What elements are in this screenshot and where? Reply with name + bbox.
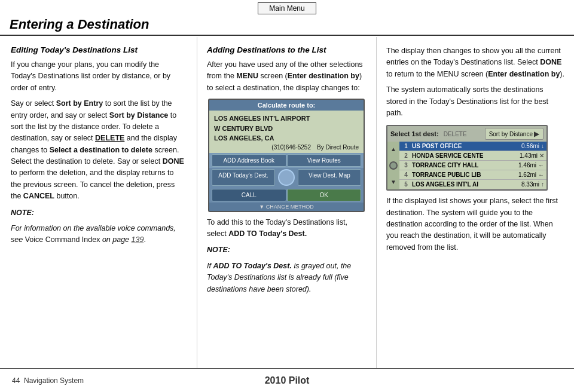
buttons-area-3: CALL OK [209, 188, 364, 203]
right-para-3-wrap: If the displayed list shows your plans, … [386, 195, 564, 253]
left-body-text: If you change your plans, you can modify… [11, 59, 186, 246]
view-routes-btn[interactable]: View Routes [287, 154, 362, 167]
mid-note-body: If ADD TO Today's Dest. is grayed out, t… [207, 261, 367, 295]
row-name-2: HONDA SERVICE CENTE [412, 152, 518, 159]
left-para-2: Say or select Sort by Entry to sort the … [11, 98, 186, 202]
route-label: By Direct Route [317, 144, 359, 151]
row-num-3: 3 [402, 162, 410, 169]
left-note-title: NOTE: [11, 207, 186, 219]
dest-controls: ▲ ▼ [387, 142, 399, 189]
ok-btn[interactable]: OK [287, 189, 362, 201]
address-line-3: LOS ANGELES, CA [214, 133, 359, 143]
dest-row-5[interactable]: 5 LOS ANGELES INT'L AI 8.33mi ↑ [399, 180, 546, 189]
scroll-up-icon[interactable]: ▲ [390, 146, 396, 152]
row-name-1: US POST OFFICE [412, 143, 520, 149]
add-today-dest-btn[interactable]: ADD Today's Dest. [212, 169, 275, 186]
row-icon-1: ↓ [541, 143, 544, 149]
mid-note-title: NOTE: [207, 244, 367, 256]
columns-container: Editing Today's Destinations List If you… [0, 37, 574, 368]
row-dist-3: 1.46mi [518, 162, 536, 169]
btn-row-2: ADD Today's Dest. View Dest. Map [209, 168, 364, 188]
row-num-5: 5 [402, 181, 410, 188]
address-area: LOS ANGELES INT'L AIRPORT W CENTURY BLVD… [209, 111, 364, 153]
sort-arrow-icon: ▶ [534, 130, 539, 138]
dest-row-1[interactable]: 1 US POST OFFICE 0.56mi ↓ [399, 142, 546, 151]
row-name-4: TORRANCE PUBLIC LIB [412, 172, 517, 178]
left-section-title: Editing Today's Destinations List [11, 45, 186, 54]
dest-row-4[interactable]: 4 TORRANCE PUBLIC LIB 1.62mi ← [399, 170, 546, 180]
mid-intro: After you have used any of the other sel… [207, 59, 367, 94]
col-right: The display then changes to show you all… [377, 37, 574, 368]
dest-list: 1 US POST OFFICE 0.56mi ↓ 2 HONDA SERVIC… [399, 142, 546, 189]
row-icon-5: ↑ [541, 181, 544, 188]
row-dist-1: 0.56mi [521, 143, 539, 149]
row-num-1: 1 [402, 143, 410, 149]
add-address-book-btn[interactable]: ADD Address Book [212, 154, 286, 167]
view-dest-map-btn[interactable]: View Dest. Map [298, 169, 361, 186]
sort-btn-label: Sort by Distance [489, 131, 533, 137]
row-icon-3: ← [538, 162, 544, 169]
sort-by-distance-btn[interactable]: Sort by Distance ▶ [485, 128, 544, 140]
left-note-body: For information on the available voice c… [11, 223, 186, 246]
row-dist-4: 1.62mi [518, 172, 536, 178]
phone: (310)646-5252 [271, 144, 311, 151]
row-num-2: 2 [402, 152, 410, 159]
row-dist-2: 1.43mi [520, 152, 538, 159]
address-line-2: W CENTURY BLVD [214, 124, 359, 134]
footer-left: 44 Navigation System [12, 376, 84, 385]
mid-body-text: After you have used any of the other sel… [207, 59, 367, 94]
row-icon-4: ← [538, 172, 544, 178]
row-name-3: TORRANCE CITY HALL [412, 162, 517, 169]
footer-center: 2010 Pilot [265, 375, 310, 386]
dest-side: ▲ ▼ 1 US POST OFFICE 0.56mi ↓ 2 HONDA SE… [387, 142, 546, 189]
dial-icon [278, 169, 295, 186]
change-method[interactable]: ▼ CHANGE METHOD [209, 203, 364, 211]
buttons-area: ADD Address Book View Routes [209, 153, 364, 168]
right-para-2: The system automatically sorts the desti… [386, 84, 564, 119]
row-dist-5: 8.33mi [521, 181, 539, 188]
calc-title-bar: Calculate route to: [209, 100, 364, 111]
right-body-text: The display then changes to show you all… [386, 45, 564, 119]
call-btn[interactable]: CALL [212, 189, 286, 201]
dest-row-3[interactable]: 3 TORRANCE CITY HALL 1.46mi ← [399, 161, 546, 170]
title-divider [0, 35, 574, 36]
right-para-1: The display then changes to show you all… [386, 45, 564, 80]
calc-route-screen: Calculate route to: LOS ANGELES INT'L AI… [208, 99, 365, 212]
dest-row-2[interactable]: 2 HONDA SERVICE CENTE 1.43mi ✕ [399, 151, 546, 161]
main-menu-button[interactable]: Main Menu [258, 2, 316, 14]
mid-caption-text: To add this to the Today's Destinations … [207, 217, 367, 240]
select-dest-label: Select 1st dest: [390, 130, 439, 137]
address-line-1: LOS ANGELES INT'L AIRPORT [214, 114, 359, 124]
dest-selector-screen: Select 1st dest: DELETE Sort by Distance… [386, 125, 548, 191]
scroll-knob[interactable] [389, 161, 398, 170]
row-num-4: 4 [402, 172, 410, 178]
row-name-5: LOS ANGELES INT'L AI [412, 181, 520, 188]
row-icon-2: ✕ [539, 152, 544, 159]
dest-header: Select 1st dest: DELETE Sort by Distance… [387, 126, 546, 142]
delete-label: DELETE [444, 131, 467, 137]
top-bar: Main Menu [0, 0, 574, 17]
mid-section-title: Adding Destinations to the List [207, 45, 367, 54]
footer: 44 Navigation System 2010 Pilot [0, 368, 574, 392]
col-left: Editing Today's Destinations List If you… [0, 37, 197, 368]
page-title: Entering a Destination [10, 17, 149, 32]
left-para-1: If you change your plans, you can modify… [11, 59, 186, 94]
scroll-down-icon[interactable]: ▼ [390, 179, 396, 185]
right-para-3: If the displayed list shows your plans, … [386, 195, 564, 253]
mid-caption: To add this to the Today's Destinations … [207, 217, 367, 295]
col-mid: Adding Destinations to the List After yo… [197, 37, 377, 368]
nav-system-label: Navigation System [24, 376, 84, 385]
route-type: (310)646-5252 By Direct Route [214, 143, 359, 151]
page-number: 44 [12, 376, 20, 385]
